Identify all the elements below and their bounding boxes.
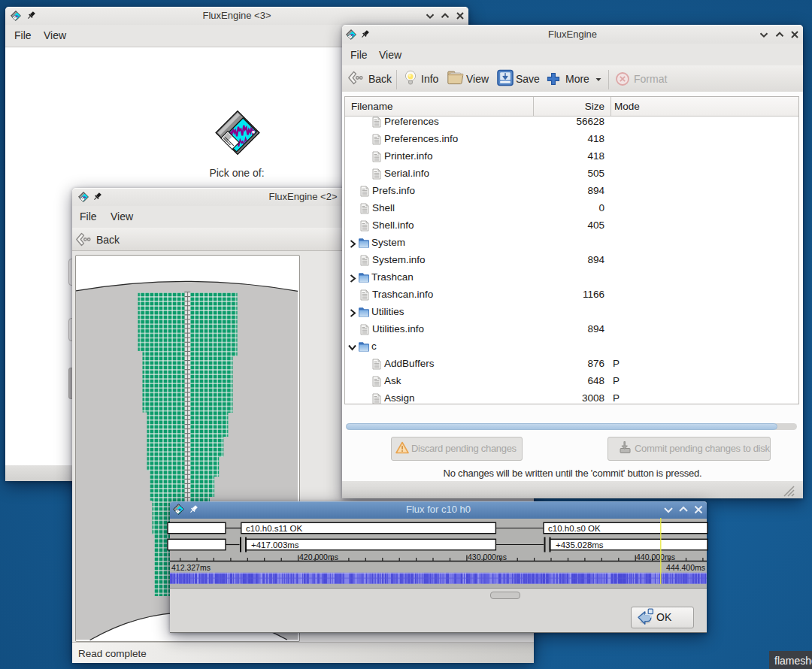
- svg-text:444.400ms: 444.400ms: [666, 563, 705, 572]
- svg-text:420.000ms: 420.000ms: [299, 552, 338, 562]
- svg-text:430.000ms: 430.000ms: [468, 552, 507, 562]
- svg-text:412.327ms: 412.327ms: [171, 563, 211, 572]
- svg-text:c10.h0.s11 OK: c10.h0.s11 OK: [246, 524, 303, 533]
- svg-text:+417.003ms: +417.003ms: [251, 540, 299, 549]
- svg-text:c10.h0.s0 OK: c10.h0.s0 OK: [548, 524, 601, 533]
- svg-text:440.000ms: 440.000ms: [636, 552, 675, 562]
- svg-text:+435.028ms: +435.028ms: [556, 540, 604, 549]
